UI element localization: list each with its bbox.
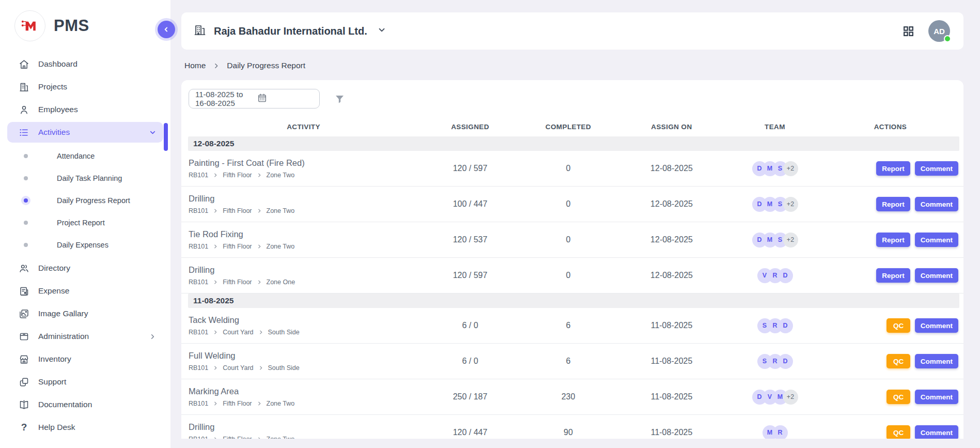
activity-title: Full Welding	[189, 351, 418, 361]
team-more-chip[interactable]: +2	[783, 161, 798, 176]
sidebar-item-directory[interactable]: Directory	[7, 258, 163, 279]
location-segment: Fifth Floor	[223, 436, 252, 439]
assign-on-value: 11-08-2025	[615, 428, 728, 437]
comment-button[interactable]: Comment	[915, 354, 958, 368]
sidebar-item-activities[interactable]: Activities	[7, 122, 163, 143]
column-header-activity: ACTIVITY	[189, 123, 418, 131]
sidebar-item-dashboard[interactable]: Dashboard	[7, 54, 163, 74]
location-segment: Zone One	[267, 279, 295, 286]
column-header-completed: COMPLETED	[522, 123, 615, 131]
sidebar-item-employees[interactable]: Employees	[7, 99, 163, 120]
progress-table: ACTIVITYASSIGNEDCOMPLETEDASSIGN ONTEAMAC…	[181, 117, 963, 439]
report-button[interactable]: Report	[876, 268, 910, 283]
table-row: Full Welding RB101Court YardSouth Side 6…	[181, 344, 963, 379]
team-avatar: D	[778, 318, 793, 333]
sidebar-subitem-label: Daily Progress Report	[57, 196, 130, 205]
sidebar-subitem-daily-progress-report[interactable]: Daily Progress Report	[0, 189, 170, 211]
activity-location-path: RB101Fifth FloorZone Two	[189, 436, 418, 439]
chevron-right-icon	[213, 208, 218, 213]
report-button[interactable]: Report	[876, 233, 910, 247]
breadcrumb-current: Daily Progress Report	[227, 61, 305, 70]
sidebar-item-support[interactable]: Support	[7, 372, 163, 392]
sidebar-item-label: Administration	[38, 332, 149, 341]
sidebar-item-label: Directory	[38, 264, 156, 273]
comment-button[interactable]: Comment	[915, 425, 958, 439]
sidebar-item-inventory[interactable]: Inventory	[7, 349, 163, 369]
assign-on-value: 12-08-2025	[615, 199, 728, 209]
team-more-chip[interactable]: +2	[783, 233, 798, 248]
activity-location-path: RB101Fifth FloorZone One	[189, 279, 418, 286]
comment-button[interactable]: Comment	[915, 161, 958, 176]
sidebar-item-projects[interactable]: Projects	[7, 76, 163, 97]
help-desk-icon: ?	[19, 422, 29, 433]
chevron-right-icon	[257, 208, 262, 213]
sidebar-item-documentation[interactable]: Documentation	[7, 394, 163, 415]
company-selector[interactable]: Raja Bahadur International Ltd.	[194, 24, 386, 38]
chevron-right-icon	[257, 280, 262, 285]
actions-cell: ReportComment	[821, 233, 959, 247]
logo-text: PMS	[54, 17, 89, 35]
comment-button[interactable]: Comment	[915, 318, 958, 333]
sidebar-item-help-desk[interactable]: ?Help Desk	[7, 417, 163, 438]
sidebar-item-administration[interactable]: Administration	[7, 326, 163, 347]
actions-cell: ReportComment	[821, 268, 959, 283]
sidebar-subitem-attendance[interactable]: Attendance	[0, 145, 170, 167]
team-avatar: R	[773, 425, 788, 439]
sidebar-subitem-label: Daily Expenses	[57, 241, 108, 249]
sidebar-subitem-project-report[interactable]: Project Report	[0, 211, 170, 234]
actions-cell: QCComment	[821, 425, 959, 439]
team-more-chip[interactable]: +2	[783, 197, 798, 212]
projects-icon	[19, 82, 29, 92]
date-range-input[interactable]: 11-08-2025 to 16-08-2025	[189, 89, 320, 109]
chevron-right-icon	[257, 173, 262, 178]
report-button[interactable]: Report	[876, 161, 910, 176]
breadcrumb-home[interactable]: Home	[184, 61, 206, 70]
sidebar-item-expense[interactable]: Expense	[7, 281, 163, 301]
apps-grid-button[interactable]	[902, 25, 915, 38]
filter-row: 11-08-2025 to 16-08-2025	[181, 89, 963, 109]
qc-button[interactable]: QC	[886, 425, 910, 439]
location-segment: South Side	[268, 364, 300, 372]
date-group-header: 12-08-2025	[188, 136, 959, 151]
breadcrumb: Home Daily Progress Report	[184, 61, 963, 70]
sidebar-item-image-gallary[interactable]: Image Gallary	[7, 303, 163, 324]
qc-button[interactable]: QC	[886, 318, 910, 333]
sidebar-subitem-daily-expenses[interactable]: Daily Expenses	[0, 234, 170, 256]
chevron-right-icon	[213, 280, 218, 285]
sidebar-item-label: Dashboard	[38, 59, 156, 69]
location-segment: Court Yard	[223, 364, 253, 372]
expense-icon	[19, 286, 29, 297]
team-more-chip[interactable]: +2	[783, 390, 798, 405]
assign-on-value: 12-08-2025	[615, 164, 728, 173]
team-cell: SRD	[728, 318, 821, 333]
table-row: Tie Rod Fixing RB101Fifth FloorZone Two …	[181, 222, 963, 258]
brand-logo[interactable]: PMS	[0, 0, 170, 49]
comment-button[interactable]: Comment	[915, 390, 958, 404]
brand-m-icon	[14, 10, 45, 41]
chevron-down-icon	[377, 25, 386, 37]
activity-location-path: RB101Court YardSouth Side	[189, 364, 418, 372]
report-button[interactable]: Report	[876, 197, 910, 211]
table-row: Drilling RB101Fifth FloorZone Two 120 / …	[181, 415, 963, 439]
comment-button[interactable]: Comment	[915, 268, 958, 283]
assign-on-value: 12-08-2025	[615, 235, 728, 244]
date-range-value: 11-08-2025 to 16-08-2025	[195, 90, 251, 107]
sidebar-subitem-daily-task-planning[interactable]: Daily Task Planning	[0, 167, 170, 189]
comment-button[interactable]: Comment	[915, 197, 958, 211]
user-avatar[interactable]: AD	[928, 20, 950, 42]
filter-funnel-icon[interactable]	[334, 94, 345, 104]
qc-button[interactable]: QC	[886, 354, 910, 368]
team-avatar: D	[778, 268, 793, 283]
qc-button[interactable]: QC	[886, 390, 910, 404]
chevron-right-icon	[213, 401, 218, 406]
assign-on-value: 12-08-2025	[615, 271, 728, 280]
chevron-right-icon	[213, 173, 218, 178]
sidebar: PMS DashboardProjectsEmployeesActivities…	[0, 0, 170, 448]
sidebar-nav: DashboardProjectsEmployeesActivitiesAtte…	[0, 54, 170, 438]
employees-icon	[19, 104, 29, 115]
sidebar-collapse-button[interactable]	[158, 21, 175, 38]
sidebar-subitem-label: Attendance	[57, 152, 95, 160]
bullet-dot-icon	[24, 243, 28, 247]
comment-button[interactable]: Comment	[915, 233, 958, 247]
location-segment: RB101	[189, 172, 208, 179]
